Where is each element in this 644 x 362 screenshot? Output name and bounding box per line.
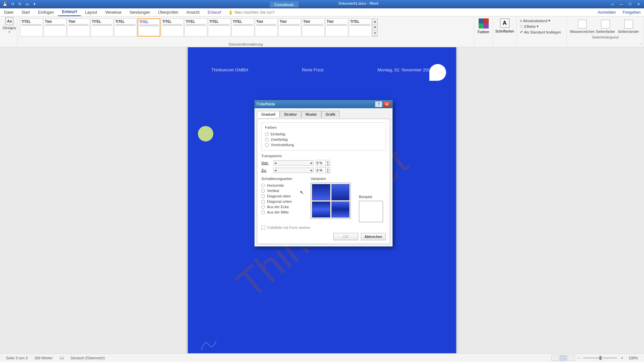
tab-einfuegen[interactable]: Einfügen (34, 9, 58, 16)
styleset-item[interactable]: TITEL (114, 18, 137, 37)
dialog-titlebar[interactable]: Fülleffekte ? ✕ (255, 100, 392, 108)
tab-muster[interactable]: Muster (301, 111, 321, 118)
zoom-level[interactable]: 100% (625, 356, 641, 360)
spin-up-icon[interactable]: ▲ (326, 160, 330, 163)
styleset-item[interactable]: TITEL (208, 18, 231, 37)
paragraph-spacing-button[interactable]: ≡Absatzabstand▾ (519, 18, 565, 23)
status-language[interactable]: Deutsch (Österreich) (67, 356, 108, 360)
to-slider[interactable]: ◀▶ (273, 168, 314, 173)
styleset-item-selected[interactable]: TITEL (138, 18, 160, 37)
ribbon-options-icon[interactable]: ▭ (608, 2, 616, 7)
set-default-button[interactable]: ✔Als Standard festlegen (519, 29, 565, 35)
tab-start[interactable]: Start (17, 9, 34, 16)
colors-button[interactable]: Farben (476, 17, 491, 34)
page-color-button[interactable]: Seitenfarbe (595, 18, 616, 34)
tab-ansicht[interactable]: Ansicht (182, 9, 204, 16)
redo-icon[interactable]: ↻ (17, 1, 23, 7)
styleset-item[interactable]: TITEL (231, 18, 254, 37)
variant-1[interactable] (312, 184, 330, 200)
view-read-mode-icon[interactable] (551, 355, 559, 361)
styleset-item[interactable]: Titel (325, 18, 348, 37)
undo-icon[interactable]: ↺ (9, 1, 15, 7)
radio-from-center[interactable]: Aus der Mitte (261, 209, 306, 215)
zoom-thumb[interactable] (599, 356, 601, 360)
radio-preset[interactable]: Voreinstellung (265, 142, 382, 147)
radio-diagonal-down[interactable]: Diagonal unten (261, 199, 306, 204)
tab-grafik[interactable]: Grafik (321, 111, 340, 118)
variant-2[interactable] (331, 184, 350, 200)
radio-one-color[interactable]: Einfarbig (265, 131, 382, 137)
dialog-close-button[interactable]: ✕ (383, 101, 390, 107)
cancel-button[interactable]: Abbrechen (361, 233, 386, 240)
tell-me-search[interactable]: 💡Was möchten Sie tun? (225, 9, 277, 16)
radio-icon (261, 210, 265, 214)
qat-customize-icon[interactable]: ▾ (32, 1, 38, 7)
spin-up-icon[interactable]: ▲ (326, 168, 330, 170)
status-proofing-icon[interactable]: 📖 (56, 356, 67, 360)
spin-down-icon[interactable]: ▼ (326, 163, 330, 166)
styleset-item[interactable]: Titel (44, 18, 66, 37)
gallery-up-icon[interactable]: ▲ (373, 19, 377, 24)
tab-formeltools-entwurf[interactable]: Entwurf (204, 9, 225, 16)
shape-circle[interactable] (198, 126, 213, 141)
gallery-down-icon[interactable]: ▼ (373, 24, 377, 30)
radio-vertical[interactable]: Vertikal (261, 188, 306, 193)
arrow-right-icon[interactable]: ▶ (311, 162, 313, 165)
radio-horizontal[interactable]: Horizontal (261, 183, 306, 188)
tab-layout[interactable]: Layout (81, 9, 101, 16)
styleset-gallery[interactable]: TITEL Titel Titel TITEL TITEL TITEL TITE… (19, 17, 472, 42)
dialog-help-button[interactable]: ? (375, 101, 382, 107)
styleset-item[interactable]: TITEL (184, 18, 207, 37)
styleset-item[interactable]: TITEL (161, 18, 184, 37)
ok-button[interactable]: OK (333, 233, 358, 240)
minimize-icon[interactable]: — (617, 2, 625, 7)
tab-graduell[interactable]: Graduell (257, 111, 280, 118)
styleset-item[interactable]: Titel (302, 18, 325, 37)
fonts-button[interactable]: A Schriftarten (495, 17, 514, 33)
tab-ueberpruefen[interactable]: Überprüfen (154, 9, 182, 16)
tab-verweise[interactable]: Verweise (101, 9, 125, 16)
share-button[interactable]: Freigeben (619, 9, 644, 16)
arrow-right-icon[interactable]: ▶ (311, 169, 313, 172)
collapse-ribbon-icon[interactable]: ˄ (640, 43, 642, 47)
designs-button[interactable]: Aa Designs ▾ (2, 17, 17, 34)
styleset-item[interactable]: Titel (255, 18, 278, 37)
gallery-more-icon[interactable]: ▾ (373, 31, 377, 36)
zoom-in-button[interactable]: + (619, 356, 625, 360)
tab-datei[interactable]: Datei (0, 9, 17, 16)
from-slider[interactable]: ◀▶ (273, 160, 314, 166)
effects-button[interactable]: ◌Effekte▾ (519, 23, 565, 29)
save-icon[interactable]: 💾 (2, 1, 8, 7)
touch-mode-icon[interactable]: ▭ (24, 1, 30, 7)
arrow-left-icon[interactable]: ◀ (274, 169, 276, 172)
tab-struktur[interactable]: Struktur (280, 111, 302, 118)
zoom-out-button[interactable]: − (575, 356, 581, 360)
radio-two-color[interactable]: Zweifarbig (265, 137, 382, 142)
view-print-layout-icon[interactable] (559, 355, 567, 361)
from-value-input[interactable] (316, 161, 325, 165)
view-web-layout-icon[interactable] (568, 355, 575, 361)
styleset-item[interactable]: TITEL (349, 18, 372, 37)
styleset-item[interactable]: Titel (67, 18, 90, 37)
close-icon[interactable]: ✕ (635, 2, 643, 7)
zoom-slider[interactable] (583, 357, 617, 359)
watermark-button[interactable]: Wasserzeichen (572, 18, 593, 34)
to-value-input[interactable] (316, 169, 325, 172)
styleset-item[interactable]: TITEL (20, 18, 43, 37)
variant-4[interactable] (331, 201, 350, 218)
status-words[interactable]: 168 Wörter (31, 356, 56, 360)
arrow-left-icon[interactable]: ◀ (274, 162, 276, 165)
spin-down-icon[interactable]: ▼ (326, 170, 330, 173)
rotate-fill-checkbox[interactable]: Fülleffekt mit Form drehen (261, 226, 386, 230)
page-borders-button[interactable]: Seitenränder (618, 18, 639, 34)
styleset-item[interactable]: TITEL (91, 18, 113, 37)
variant-3[interactable] (312, 201, 330, 218)
radio-diagonal-up[interactable]: Diagonal oben (261, 193, 306, 199)
sign-in-link[interactable]: Anmelden (594, 9, 619, 16)
tab-sendungen[interactable]: Sendungen (125, 9, 154, 16)
styleset-item[interactable]: Titel (278, 18, 301, 37)
tab-entwurf[interactable]: Entwurf (58, 8, 81, 16)
radio-from-corner[interactable]: Aus der Ecke (261, 204, 306, 209)
maximize-icon[interactable]: ☐ (626, 2, 634, 7)
status-page[interactable]: Seite 3 von 3 (3, 356, 31, 360)
